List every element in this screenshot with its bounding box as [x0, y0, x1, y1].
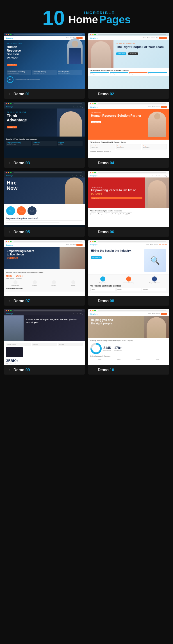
- demo-preview-09: Employs Home About Blog I don't know who…: [4, 309, 85, 365]
- headline-number: 10: [42, 8, 65, 28]
- demo-label-06[interactable]: → Demo 06: [88, 227, 169, 237]
- arrow-icon-05: →: [7, 229, 11, 234]
- demo-label-05[interactable]: → Demo 05: [4, 227, 85, 237]
- demo-text-08: Demo 08: [98, 299, 114, 303]
- demo-card-01[interactable]: Employs HomeAboutBlog Contact HR Consult…: [4, 33, 85, 99]
- arrow-icon-08: →: [91, 298, 95, 303]
- demo-text-06: Demo 06: [98, 230, 114, 234]
- demo-label-07[interactable]: → Demo 07: [4, 296, 85, 306]
- demo-card-02[interactable]: Employs HomeAboutServicesBlog Contact Us…: [88, 33, 169, 99]
- demo-preview-04: Employs HomeAboutServices Contact HR Sol…: [88, 102, 169, 158]
- demo-label-04[interactable]: → Demo 04: [88, 158, 169, 168]
- demo-label-01[interactable]: → Demo 01: [4, 89, 85, 99]
- page-header: 10 INCREDIBLE Home Pages: [0, 0, 173, 33]
- arrow-icon-01: →: [7, 91, 11, 96]
- arrow-icon-04: →: [91, 160, 95, 165]
- demo-preview-03: Employs Home About Blog We Are For Peopl…: [4, 102, 85, 158]
- arrow-icon-09: →: [7, 367, 11, 372]
- demo-text-09: Demo 09: [13, 368, 30, 372]
- demo-label-09[interactable]: → Demo 09: [4, 365, 85, 375]
- arrow-icon-06: →: [91, 229, 95, 234]
- home-label: Home: [68, 14, 98, 26]
- arrow-icon-10: →: [91, 367, 95, 372]
- demo-text-02: Demo 02: [98, 92, 114, 96]
- demo-label-10[interactable]: → Demo 10: [88, 365, 169, 375]
- demo-preview-07: Employs HomeAboutBlog Contact Empowering…: [4, 240, 85, 296]
- arrow-icon-03: →: [7, 160, 11, 165]
- demo-preview-05: Employs Home Pages Blog HireNow Talent P…: [4, 171, 85, 227]
- demo-text-07: Demo 07: [13, 299, 30, 303]
- demo-card-09[interactable]: Employs Home About Blog I don't know who…: [4, 309, 85, 375]
- demo-preview-08: Employs HomeAboutServices 519-000-000 Hi…: [88, 240, 169, 296]
- demo-card-10[interactable]: Employs HomeAboutServices Contact Helpin…: [88, 309, 169, 375]
- demo-label-03[interactable]: → Demo 03: [4, 158, 85, 168]
- demo-text-05: Demo 05: [13, 230, 30, 234]
- demo-preview-01: Employs HomeAboutBlog Contact HR Consult…: [4, 33, 85, 89]
- demo-text-10: Demo 10: [98, 368, 114, 372]
- demo-card-05[interactable]: Employs Home Pages Blog HireNow Talent P…: [4, 171, 85, 237]
- arrow-icon-07: →: [7, 298, 11, 303]
- demo-label-08[interactable]: → Demo 08: [88, 296, 169, 306]
- demo-text-01: Demo 01: [13, 92, 30, 96]
- demo-card-04[interactable]: Employs HomeAboutServices Contact HR Sol…: [88, 102, 169, 168]
- demo-card-03[interactable]: Employs Home About Blog We Are For Peopl…: [4, 102, 85, 168]
- pages-label: Pages: [99, 14, 131, 26]
- arrow-icon-02: →: [91, 91, 95, 96]
- demo-grid: Employs HomeAboutBlog Contact HR Consult…: [0, 33, 173, 381]
- demo-text-03: Demo 03: [13, 161, 30, 165]
- demo-preview-06: Employs HomeAboutServicesBlog INCREDIBLE…: [88, 171, 169, 227]
- demo-preview-02: Employs HomeAboutServicesBlog Contact Us…: [88, 33, 169, 89]
- demo-text-04: Demo 04: [98, 161, 114, 165]
- headline-text: INCREDIBLE Home Pages: [68, 11, 131, 26]
- demo-preview-10: Employs HomeAboutServices Contact Helpin…: [88, 309, 169, 365]
- demo-card-07[interactable]: Employs HomeAboutBlog Contact Empowering…: [4, 240, 85, 306]
- demo-card-06[interactable]: Employs HomeAboutServicesBlog INCREDIBLE…: [88, 171, 169, 237]
- demo-card-08[interactable]: Employs HomeAboutServices 519-000-000 Hi…: [88, 240, 169, 306]
- demo-label-02[interactable]: → Demo 02: [88, 89, 169, 99]
